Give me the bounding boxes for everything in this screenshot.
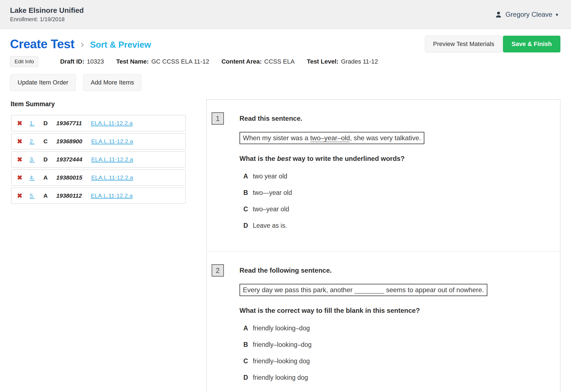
answer-option-d: D friendly looking dog [239, 374, 487, 381]
item-summary-row-3: ✖ 3. D 19372444 ELA.L.11-12.2.a [11, 151, 186, 168]
item-standard-link[interactable]: ELA.L.11-12.2.a [91, 156, 133, 163]
chevron-down-icon: ▾ [556, 12, 558, 18]
option-letter: A [243, 325, 248, 331]
option-text: friendly looking dog [253, 374, 308, 381]
remove-item-icon[interactable]: ✖ [17, 138, 22, 145]
answer-option-a: A two year old [239, 173, 424, 180]
main-content: Create Test › Sort & Preview Preview Tes… [0, 29, 571, 392]
test-name-value: GC CCSS ELA 11-12 [151, 58, 209, 65]
fill-in-blank: ________ [354, 286, 384, 294]
edit-info-button[interactable]: Edit Info [10, 56, 38, 67]
test-level-label: Test Level: [307, 58, 338, 65]
item-standard-link[interactable]: ELA.L.11-12.2.a [91, 120, 133, 127]
item-answer-key: C [43, 138, 51, 145]
answer-option-c: C friendly–looking dog [239, 358, 487, 364]
content-area-field: Content Area: CCSS ELA [221, 58, 294, 65]
item-id: 19380015 [56, 174, 82, 181]
option-letter: C [243, 206, 248, 212]
user-name: Gregory Cleave [505, 11, 552, 18]
test-info-row: Edit Info Draft ID: 10323 Test Name: GC … [10, 56, 560, 67]
stimulus-sentence-box: Every day we pass this park, another ___… [239, 284, 487, 296]
question-body: Read the following sentence. Every day w… [239, 264, 487, 381]
question-body: Read this sentence. When my sister was a… [239, 112, 424, 229]
option-text: Leave as is. [253, 222, 287, 229]
remove-item-icon[interactable]: ✖ [17, 193, 22, 199]
test-level-value: Grades 11-12 [341, 58, 378, 65]
item-summary-row-1: ✖ 1. D 19367711 ELA.L.11-12.2.a [11, 115, 186, 131]
option-letter: B [243, 190, 248, 196]
item-number-link[interactable]: 5. [30, 192, 35, 199]
remove-item-icon[interactable]: ✖ [17, 175, 22, 181]
answer-option-c: C two–year old [239, 206, 424, 212]
sentence-post: , she was very talkative. [350, 134, 421, 142]
item-summary-row-4: ✖ 4. A 19380015 ELA.L.11-12.2.a [11, 170, 186, 186]
item-standard-link[interactable]: ELA.L.11-12.2.a [91, 192, 133, 199]
district-info: Lake Elsinore Unified Enrollment: 1/19/2… [10, 6, 84, 22]
draft-id-label: Draft ID: [60, 58, 84, 65]
item-answer-key: D [43, 120, 51, 127]
breadcrumb-current-step: Sort & Preview [90, 38, 151, 50]
item-summary-row-2: ✖ 2. C 19368900 ELA.L.11-12.2.a [11, 133, 186, 149]
item-answer-key: D [43, 156, 51, 163]
question-prompt: Read the following sentence. [239, 267, 487, 274]
district-name: Lake Elsinore Unified [10, 6, 84, 15]
question-number-badge: 1 [212, 112, 224, 125]
test-name-label: Test Name: [116, 58, 149, 65]
remove-item-icon[interactable]: ✖ [17, 120, 22, 127]
question-1: 1 Read this sentence. When my sister was… [207, 100, 560, 251]
preview-test-materials-button[interactable]: Preview Test Materials [425, 36, 502, 52]
answer-options: A friendly looking–dog B friendly–lookin… [239, 325, 487, 381]
option-letter: C [243, 358, 248, 364]
title-row: Create Test › Sort & Preview Preview Tes… [10, 36, 560, 52]
answer-options: A two year old B two—year old C two–year… [239, 173, 424, 229]
test-level-field: Test Level: Grades 11-12 [307, 58, 378, 65]
content-columns: Item Summary ✖ 1. D 19367711 ELA.L.11-12… [10, 99, 560, 392]
user-icon [495, 11, 502, 18]
option-letter: D [243, 222, 248, 229]
user-menu[interactable]: Gregory Cleave ▾ [495, 11, 558, 18]
answer-option-b: B friendly–looking–dog [239, 342, 487, 348]
option-text: two–year old [253, 206, 289, 212]
toolbar-row: Update Item Order Add More Items [10, 74, 560, 91]
item-answer-key: A [43, 192, 51, 199]
update-item-order-button[interactable]: Update Item Order [10, 74, 76, 91]
italic-word: best [277, 155, 291, 162]
answer-option-b: B two—year old [239, 190, 424, 196]
question-2: 2 Read the following sentence. Every day… [207, 251, 560, 392]
content-area-value: CCSS ELA [264, 58, 295, 65]
item-summary-title: Item Summary [11, 100, 186, 108]
answer-option-d: D Leave as is. [239, 222, 424, 229]
item-number-link[interactable]: 2. [30, 138, 35, 145]
draft-id-field: Draft ID: 10323 [60, 58, 104, 65]
question-stem: What is the correct way to fill the blan… [239, 307, 487, 314]
sentence-pre: When my sister was a [243, 134, 310, 142]
save-and-finish-button[interactable]: Save & Finish [503, 36, 560, 52]
district-header: Lake Elsinore Unified Enrollment: 1/19/2… [0, 0, 571, 29]
option-text: friendly looking–dog [253, 325, 310, 331]
breadcrumb-chevron-icon: › [81, 38, 84, 50]
item-number-link[interactable]: 3. [30, 156, 35, 163]
remove-item-icon[interactable]: ✖ [17, 156, 22, 163]
draft-id-value: 10323 [87, 58, 104, 65]
option-text: two—year old [253, 190, 292, 196]
content-area-label: Content Area: [221, 58, 262, 65]
option-text: friendly–looking–dog [253, 342, 312, 348]
item-answer-key: A [43, 174, 51, 181]
option-letter: B [243, 342, 248, 348]
item-summary-panel: Item Summary ✖ 1. D 19367711 ELA.L.11-12… [10, 99, 186, 206]
item-number-link[interactable]: 1. [30, 120, 35, 127]
option-letter: A [243, 173, 248, 180]
stimulus-sentence-box: When my sister was a two–year–old, she w… [239, 132, 424, 144]
item-id: 19367711 [56, 120, 82, 127]
question-number-badge: 2 [212, 264, 224, 277]
item-standard-link[interactable]: ELA.L.11-12.2.a [91, 138, 133, 145]
item-id: 19380112 [56, 192, 82, 199]
item-number-link[interactable]: 4. [30, 174, 35, 181]
option-text: friendly–looking dog [253, 358, 310, 364]
item-standard-link[interactable]: ELA.L.11-12.2.a [91, 174, 133, 181]
question-stem: What is the best way to write the underl… [239, 155, 424, 163]
add-more-items-button[interactable]: Add More Items [83, 74, 141, 91]
sentence-post: seems to appear out of nowhere. [384, 286, 484, 294]
answer-option-a: A friendly looking–dog [239, 325, 487, 331]
page-title: Create Test [10, 37, 74, 51]
